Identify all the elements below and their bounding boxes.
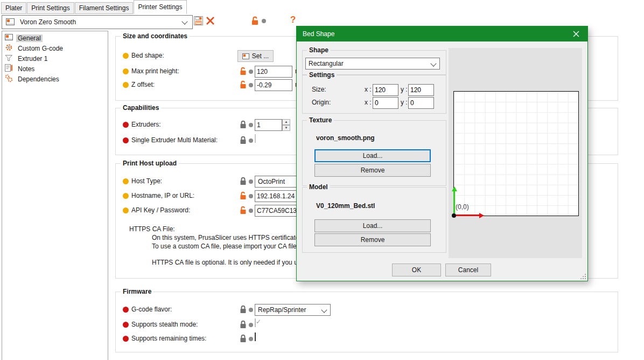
system-value-bullet-icon xyxy=(123,307,129,313)
modified-bullet-icon xyxy=(123,178,129,184)
spin-up-icon: ▲ xyxy=(282,119,290,125)
cancel-button[interactable]: Cancel xyxy=(445,264,491,276)
https-ca-line1: On this system, PrusaSlicer uses HTTPS c… xyxy=(152,234,302,241)
bed-shape-dialog: Bed Shape Shape Rectangular Settings Siz… xyxy=(296,26,588,281)
printer-preset-combobox[interactable]: Voron Zero Smooth xyxy=(2,15,193,29)
extruders-input[interactable] xyxy=(255,119,282,131)
texture-remove-button[interactable]: Remove xyxy=(314,164,431,177)
group-title: Model xyxy=(307,183,330,191)
row-supports-stealth-mode: Supports stealth mode: xyxy=(115,319,618,331)
extruders-spinner[interactable]: ▲▼ xyxy=(255,119,290,131)
lock-open-icon[interactable] xyxy=(240,206,247,216)
system-value-bullet-icon xyxy=(123,137,129,143)
status-dot xyxy=(249,83,253,87)
save-preset-icon[interactable] xyxy=(194,16,203,27)
size-x-input[interactable] xyxy=(373,84,398,96)
max-print-height-label: Max print height: xyxy=(131,67,179,75)
origin-point xyxy=(452,213,456,218)
group-title: Capabilities xyxy=(121,104,161,112)
extruders-label: Extruders: xyxy=(131,121,161,128)
size-y-input[interactable] xyxy=(408,84,434,96)
help-icon[interactable]: ? xyxy=(290,15,296,25)
status-dot xyxy=(249,308,253,312)
bed-shape-label: Bed shape: xyxy=(131,52,164,59)
group-title: Texture xyxy=(307,116,334,124)
https-ca-line3: HTTPS CA file is optional. It is only ne… xyxy=(152,259,298,266)
z-offset-input[interactable] xyxy=(255,79,292,91)
texture-filename: voron_smooth.png xyxy=(316,134,375,142)
status-dot xyxy=(249,194,253,198)
model-remove-button[interactable]: Remove xyxy=(314,233,431,246)
lock-closed-icon[interactable] xyxy=(240,136,247,146)
origin-coordinates-label: (0,0) xyxy=(456,203,469,211)
status-dot xyxy=(249,323,253,327)
bed-icon xyxy=(242,53,249,59)
lock-open-icon[interactable] xyxy=(240,67,247,77)
remaining-times-label: Supports remaining times: xyxy=(131,335,206,342)
model-filename: V0_120mm_Bed.stl xyxy=(316,202,375,210)
lock-open-icon[interactable] xyxy=(240,191,247,202)
gcode-flavor-select[interactable]: RepRap/Sprinter xyxy=(255,304,331,316)
y-label: y : xyxy=(401,99,408,106)
tab-printer-settings[interactable]: Printer Settings xyxy=(134,0,186,14)
ok-button[interactable]: OK xyxy=(392,264,441,276)
delete-preset-icon[interactable] xyxy=(206,16,215,27)
stealth-label: Supports stealth mode: xyxy=(131,321,198,328)
row-supports-remaining-times: Supports remaining times: xyxy=(115,333,618,345)
lock-closed-icon[interactable] xyxy=(240,305,247,315)
spinner-arrows[interactable]: ▲▼ xyxy=(282,119,290,131)
settings-tab-bar: Plater Print Settings Filament Settings … xyxy=(1,0,187,14)
tab-plater[interactable]: Plater xyxy=(1,2,26,14)
bed-icon xyxy=(5,34,13,42)
sidebar-item-dependencies[interactable]: Dependencies xyxy=(2,74,108,84)
sidebar-item-custom-gcode[interactable]: Custom G-code xyxy=(2,43,108,53)
bed-preview-canvas: (0,0) xyxy=(449,48,582,258)
x-label: x : xyxy=(365,86,372,93)
printer-bed-icon xyxy=(6,18,15,27)
y-axis-arrow-icon xyxy=(453,191,455,213)
system-value-bullet-icon xyxy=(123,322,129,328)
lock-closed-icon[interactable] xyxy=(240,334,247,344)
model-load-button[interactable]: Load... xyxy=(314,219,431,232)
status-dot xyxy=(249,337,253,341)
modified-bullet-icon xyxy=(123,207,129,213)
max-print-height-input[interactable] xyxy=(255,66,292,78)
semm-label: Single Extruder Multi Material: xyxy=(131,136,218,144)
status-dot xyxy=(249,139,253,143)
z-offset-label: Z offset: xyxy=(131,81,155,88)
close-icon[interactable] xyxy=(565,26,587,41)
chevron-down-icon xyxy=(181,18,187,24)
x-axis-arrow-icon xyxy=(456,214,480,216)
lock-closed-icon[interactable] xyxy=(240,177,247,187)
modified-bullet-icon xyxy=(123,82,129,88)
remaining-times-checkbox[interactable] xyxy=(255,333,256,341)
group-title: Size and coordinates xyxy=(121,32,190,40)
tab-print-settings[interactable]: Print Settings xyxy=(27,2,74,14)
lock-open-icon[interactable] xyxy=(240,80,247,91)
texture-load-button[interactable]: Load... xyxy=(314,149,431,162)
system-value-bullet-icon xyxy=(123,122,129,128)
origin-label: Origin: xyxy=(312,99,331,106)
spin-down-icon: ▼ xyxy=(282,125,290,131)
resize-grip[interactable] xyxy=(580,273,586,279)
lock-closed-icon[interactable] xyxy=(240,120,247,130)
sidebar-item-general[interactable]: General xyxy=(2,33,108,43)
origin-y-input[interactable] xyxy=(408,97,434,109)
sidebar-item-notes[interactable]: Notes xyxy=(2,64,108,74)
bed-shape-set-button[interactable]: Set ... xyxy=(237,50,274,62)
group-title: Settings xyxy=(307,71,337,79)
gears-icon xyxy=(5,74,13,84)
status-dot xyxy=(249,70,253,74)
tab-filament-settings[interactable]: Filament Settings xyxy=(75,2,134,14)
modified-bullet-icon xyxy=(123,53,129,59)
row-gcode-flavor: G-code flavor: RepRap/Sprinter xyxy=(115,304,618,316)
shape-select[interactable]: Rectangular xyxy=(305,58,440,70)
sidebar-item-extruder-1[interactable]: Extruder 1 xyxy=(2,53,108,64)
lock-open-icon[interactable] xyxy=(251,16,259,27)
dialog-titlebar[interactable]: Bed Shape xyxy=(297,26,587,41)
origin-x-input[interactable] xyxy=(373,97,398,109)
hostname-label: Hostname, IP or URL: xyxy=(131,192,194,199)
y-label: y : xyxy=(401,86,408,93)
lock-closed-icon[interactable] xyxy=(240,320,247,330)
api-key-label: API Key / Password: xyxy=(131,206,190,214)
